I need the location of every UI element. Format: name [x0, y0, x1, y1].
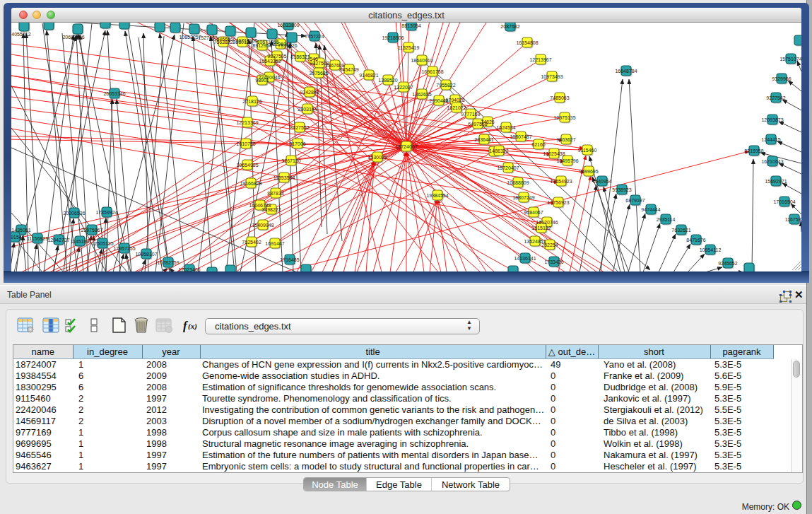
- svg-text:1322037: 1322037: [394, 85, 413, 90]
- svg-text:74626: 74626: [481, 119, 495, 124]
- svg-text:9115460: 9115460: [578, 148, 597, 153]
- svg-text:98901: 98901: [255, 78, 269, 83]
- svg-text:18640910: 18640910: [411, 58, 433, 63]
- svg-text:9242848: 9242848: [300, 90, 319, 95]
- svg-text:887833: 887833: [267, 191, 283, 196]
- svg-text:1615132: 1615132: [531, 226, 551, 230]
- svg-text:6794028: 6794028: [445, 98, 464, 103]
- svg-text:23975867: 23975867: [81, 228, 102, 233]
- svg-text:17016504: 17016504: [773, 199, 795, 204]
- svg-text:2803144: 2803144: [298, 107, 317, 112]
- svg-text:16648784: 16648784: [615, 69, 637, 74]
- svg-text:9329966: 9329966: [772, 76, 791, 81]
- svg-text:17359924: 17359924: [95, 210, 117, 215]
- svg-text:13495796: 13495796: [556, 158, 578, 163]
- svg-text:1621072: 1621072: [447, 105, 466, 110]
- svg-text:15409948: 15409948: [252, 223, 273, 228]
- svg-text:3267130: 3267130: [281, 158, 300, 163]
- svg-text:17957255: 17957255: [113, 246, 135, 251]
- svg-text:1530025: 1530025: [367, 155, 387, 160]
- svg-text:10973493: 10973493: [541, 74, 563, 79]
- svg-text:13654923: 13654923: [550, 179, 572, 184]
- svg-text:16961758: 16961758: [421, 69, 443, 74]
- svg-text:19218506: 19218506: [382, 35, 404, 40]
- svg-text:20206536: 20206536: [63, 211, 85, 216]
- svg-text:6879197: 6879197: [625, 198, 645, 203]
- svg-text:9463627: 9463627: [556, 137, 575, 142]
- svg-text:14136141: 14136141: [514, 256, 536, 261]
- svg-text:18724007: 18724007: [395, 144, 417, 149]
- svg-text:2718176: 2718176: [242, 99, 261, 104]
- svg-text:19384554: 19384554: [426, 193, 448, 198]
- svg-text:10688609: 10688609: [507, 180, 529, 185]
- svg-text:20691406: 20691406: [62, 35, 84, 40]
- svg-text:10807487: 10807487: [510, 134, 531, 139]
- svg-text:12942737: 12942737: [47, 238, 69, 243]
- svg-text:11353594: 11353594: [273, 175, 295, 180]
- svg-text:16543362: 16543362: [259, 59, 281, 64]
- svg-text:9227542: 9227542: [766, 95, 785, 100]
- svg-text:1435061: 1435061: [11, 228, 30, 233]
- svg-text:7955822: 7955822: [436, 83, 455, 88]
- svg-text:11325419: 11325419: [398, 45, 420, 50]
- svg-text:9474444: 9474444: [641, 207, 660, 212]
- svg-text:8660124: 8660124: [233, 40, 252, 45]
- svg-text:12975135: 12975135: [553, 115, 575, 120]
- svg-text:19654985: 19654985: [236, 163, 258, 168]
- svg-text:12093873: 12093873: [761, 117, 783, 122]
- svg-text:12213369: 12213369: [236, 120, 258, 125]
- svg-text:2087682: 2087682: [500, 24, 519, 29]
- svg-text:12213967: 12213967: [529, 57, 551, 62]
- svg-text:3675685: 3675685: [309, 71, 328, 76]
- svg-text:1624534: 1624534: [496, 125, 515, 130]
- svg-text:8427552: 8427552: [290, 125, 309, 130]
- svg-text:7485063: 7485063: [550, 95, 569, 100]
- svg-text:15692971: 15692971: [765, 179, 787, 184]
- svg-text:9777169: 9777169: [461, 112, 480, 117]
- svg-text:16120746: 16120746: [536, 220, 558, 225]
- svg-text:15720407: 15720407: [497, 165, 519, 170]
- svg-text:10756923: 10756923: [547, 200, 569, 205]
- svg-text:12023406: 12023406: [178, 267, 200, 272]
- svg-text:23226058: 23226058: [269, 42, 291, 47]
- svg-text:8215958: 8215958: [744, 148, 763, 153]
- svg-text:39154: 39154: [11, 235, 22, 240]
- svg-text:15751074: 15751074: [779, 57, 801, 62]
- svg-text:1716485: 1716485: [280, 257, 299, 262]
- svg-text:7625402: 7625402: [242, 240, 261, 245]
- svg-text:16210643: 16210643: [761, 159, 783, 164]
- svg-text:1244415: 1244415: [761, 137, 780, 142]
- svg-text:(x): (x): [188, 322, 197, 331]
- svg-text:9146821: 9146821: [359, 73, 378, 78]
- svg-text:11156829: 11156829: [27, 236, 48, 241]
- svg-text:1145194: 1145194: [71, 239, 90, 244]
- svg-text:1640954: 1640954: [592, 179, 611, 184]
- svg-text:1486322: 1486322: [489, 148, 508, 153]
- svg-text:8454749: 8454749: [339, 67, 358, 72]
- svg-text:8471676: 8471676: [686, 238, 705, 243]
- svg-text:9699695: 9699695: [579, 169, 598, 174]
- svg-text:10654112: 10654112: [700, 247, 722, 252]
- svg-text:2935114: 2935114: [657, 217, 676, 222]
- svg-text:8813054: 8813054: [401, 23, 420, 28]
- svg-text:18807249: 18807249: [512, 195, 534, 200]
- svg-text:1610755: 1610755: [236, 141, 255, 146]
- svg-text:1362635: 1362635: [412, 92, 431, 97]
- svg-text:7632621: 7632621: [671, 228, 690, 233]
- svg-text:1733426: 1733426: [544, 259, 563, 264]
- svg-text:10025438: 10025438: [543, 151, 565, 156]
- svg-text:1388520: 1388520: [378, 78, 397, 83]
- svg-text:2336441: 2336441: [474, 137, 493, 142]
- svg-text:3498222: 3498222: [261, 207, 281, 212]
- svg-text:12505135: 12505135: [91, 241, 113, 246]
- svg-text:7957224: 7957224: [305, 34, 324, 39]
- svg-text:10958107: 10958107: [135, 252, 157, 257]
- svg-text:8186323: 8186323: [290, 54, 310, 59]
- svg-text:19166829: 19166829: [240, 181, 261, 186]
- svg-text:16782759: 16782759: [157, 260, 179, 265]
- svg-text:16033809: 16033809: [277, 23, 299, 28]
- svg-text:9084067: 9084067: [524, 210, 543, 215]
- svg-text:9245652: 9245652: [718, 261, 737, 266]
- svg-text:7663822: 7663822: [213, 40, 233, 45]
- svg-text:26053346: 26053346: [103, 91, 125, 96]
